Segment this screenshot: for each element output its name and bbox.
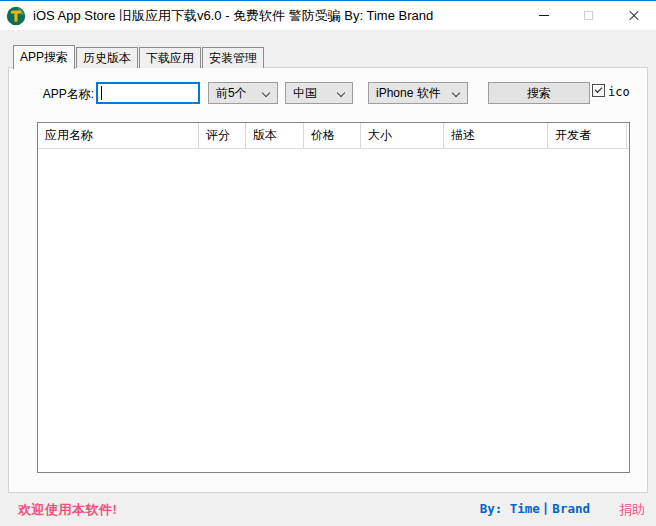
app-name-input[interactable] <box>96 82 200 104</box>
results-table-body <box>38 149 629 473</box>
app-window: iOS App Store 旧版应用下载v6.0 - 免费软件 警防受骗 By:… <box>0 0 656 526</box>
app-name-label: APP名称: <box>37 86 94 103</box>
tab-history-versions[interactable]: 历史版本 <box>76 47 138 68</box>
col-header-price[interactable]: 价格 <box>304 123 361 148</box>
col-header-version[interactable]: 版本 <box>246 123 304 148</box>
window-controls <box>521 1 656 30</box>
maximize-icon <box>584 11 593 20</box>
ico-checkbox-label[interactable]: ico <box>608 85 630 99</box>
author-byline: By: Time丨Brand <box>480 501 590 518</box>
tab-download-apps[interactable]: 下载应用 <box>139 47 201 68</box>
time-brand-logo-icon <box>6 6 26 26</box>
chevron-down-icon <box>262 89 270 97</box>
ico-checkbox[interactable] <box>592 84 605 97</box>
search-button[interactable]: 搜索 <box>488 82 590 104</box>
platform-value: iPhone 软件 <box>376 85 441 102</box>
welcome-status-text: 欢迎使用本软件! <box>18 501 117 519</box>
titlebar[interactable]: iOS App Store 旧版应用下载v6.0 - 免费软件 警防受骗 By:… <box>0 1 656 30</box>
close-icon <box>628 10 640 22</box>
chevron-down-icon <box>452 89 460 97</box>
region-value: 中国 <box>293 85 317 102</box>
result-count-value: 前5个 <box>216 85 247 102</box>
region-select[interactable]: 中国 <box>285 82 353 104</box>
col-header-app-name[interactable]: 应用名称 <box>38 123 199 148</box>
results-table[interactable]: 应用名称 评分 版本 价格 大小 描述 开发者 <box>37 122 630 473</box>
col-header-filler <box>627 123 630 148</box>
minimize-button[interactable] <box>521 1 566 30</box>
close-button[interactable] <box>611 1 656 30</box>
tab-app-search[interactable]: APP搜索 <box>13 45 75 69</box>
donate-link[interactable]: 捐助 <box>619 501 645 519</box>
col-header-size[interactable]: 大小 <box>361 123 444 148</box>
window-title: iOS App Store 旧版应用下载v6.0 - 免费软件 警防受骗 By:… <box>33 7 433 25</box>
chevron-down-icon <box>337 89 345 97</box>
minimize-icon <box>539 15 549 16</box>
results-table-header: 应用名称 评分 版本 价格 大小 描述 开发者 <box>38 123 629 149</box>
checkmark-icon <box>595 85 603 93</box>
text-caret <box>101 86 102 100</box>
window-accent-border <box>0 0 656 1</box>
app-search-panel: APP名称: 前5个 中国 iPhone 软件 搜索 ico 应用名称 评分 <box>8 67 648 493</box>
col-header-rating[interactable]: 评分 <box>199 123 246 148</box>
tab-strip: APP搜索 历史版本 下载应用 安装管理 <box>13 47 265 68</box>
tab-install-manage[interactable]: 安装管理 <box>202 47 264 68</box>
platform-select[interactable]: iPhone 软件 <box>368 82 468 104</box>
result-count-select[interactable]: 前5个 <box>208 82 278 104</box>
status-bar: 欢迎使用本软件! By: Time丨Brand 捐助 <box>0 493 656 526</box>
col-header-developer[interactable]: 开发者 <box>548 123 627 148</box>
maximize-button <box>566 1 611 30</box>
col-header-desc[interactable]: 描述 <box>444 123 548 148</box>
